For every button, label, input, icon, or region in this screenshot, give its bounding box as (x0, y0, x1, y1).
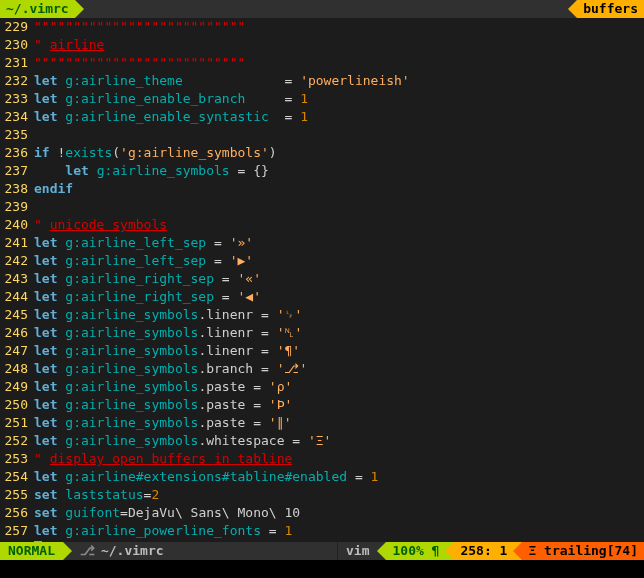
editor-line[interactable]: 231""""""""""""""""""""""""""" (0, 54, 644, 72)
editor-line[interactable]: 240" unicode symbols (0, 216, 644, 234)
editor-line[interactable]: 230" airline (0, 36, 644, 54)
line-content[interactable]: endif (34, 180, 644, 198)
command-line[interactable] (0, 560, 644, 578)
statusline-filetype: vim (337, 542, 377, 560)
line-content[interactable]: """"""""""""""""""""""""""" (34, 18, 644, 36)
line-content[interactable]: let g:airline_left_sep = '»' (34, 234, 644, 252)
syntax-token: '▶' (230, 253, 253, 268)
separator-left-icon (377, 542, 386, 560)
statusline-mode: NORMAL (0, 542, 63, 560)
editor-line[interactable]: 245let g:airline_symbols.linenr = '␊' (0, 306, 644, 324)
line-content[interactable]: set guifont=DejaVu\ Sans\ Mono\ 10 (34, 504, 644, 522)
line-number: 247 (0, 342, 34, 360)
syntax-token: linenr (206, 325, 253, 340)
editor-line[interactable]: 234let g:airline_enable_syntastic = 1 (0, 108, 644, 126)
statusline-warning: Ξ trailing[74] (522, 542, 644, 560)
line-content[interactable]: let g:airline_symbols = {} (34, 162, 644, 180)
line-content[interactable]: let g:airline_symbols.whitespace = 'Ξ' (34, 432, 644, 450)
syntax-token: g:airline_symbols (65, 415, 198, 430)
editor-line[interactable]: 235 (0, 126, 644, 144)
editor-line[interactable]: 256set guifont=DejaVu\ Sans\ Mono\ 10 (0, 504, 644, 522)
syntax-token: = (183, 73, 300, 88)
syntax-token: unicode symbols (50, 217, 167, 232)
editor-line[interactable]: 232let g:airline_theme = 'powerlineish' (0, 72, 644, 90)
line-content[interactable]: if !exists('g:airline_symbols') (34, 144, 644, 162)
separator-right-icon (63, 542, 72, 560)
editor-line[interactable]: 257let g:airline_powerline_fonts = 1 (0, 522, 644, 540)
editor-line[interactable]: 244let g:airline_right_sep = '◀' (0, 288, 644, 306)
line-content[interactable]: " unicode symbols (34, 216, 644, 234)
line-number: 248 (0, 360, 34, 378)
line-content[interactable]: let g:airline#extensions#tabline#enabled… (34, 468, 644, 486)
editor-viewport[interactable]: 229"""""""""""""""""""""""""""230" airli… (0, 18, 644, 542)
syntax-token: 2 (151, 487, 159, 502)
editor-line[interactable]: 236if !exists('g:airline_symbols') (0, 144, 644, 162)
line-content[interactable]: let g:airline_right_sep = '«' (34, 270, 644, 288)
syntax-token: g:airline_enable_syntastic (65, 109, 269, 124)
editor-line[interactable]: 253" display open buffers in tabline (0, 450, 644, 468)
line-content[interactable]: let g:airline_theme = 'powerlineish' (34, 72, 644, 90)
editor-line[interactable]: 255set laststatus=2 (0, 486, 644, 504)
line-number: 246 (0, 324, 34, 342)
editor-line[interactable]: 249let g:airline_symbols.paste = 'ρ' (0, 378, 644, 396)
syntax-token: g:airline_symbols (65, 433, 198, 448)
syntax-token: = (214, 289, 237, 304)
line-content[interactable]: let g:airline_powerline_fonts = 1 (34, 522, 644, 540)
editor-line[interactable]: 251let g:airline_symbols.paste = '∥' (0, 414, 644, 432)
editor-line[interactable]: 247let g:airline_symbols.linenr = '¶' (0, 342, 644, 360)
line-content[interactable]: " display open buffers in tabline (34, 450, 644, 468)
tabline-buffers-label[interactable]: buffers (577, 0, 644, 18)
line-content[interactable]: let g:airline_symbols.linenr = '␤' (34, 324, 644, 342)
line-content[interactable]: let g:airline_left_sep = '▶' (34, 252, 644, 270)
syntax-token: " (34, 217, 50, 232)
syntax-token: = (284, 433, 307, 448)
syntax-token: g:airline_symbols (65, 361, 198, 376)
syntax-token: let (34, 235, 65, 250)
editor-line[interactable]: 241let g:airline_left_sep = '»' (0, 234, 644, 252)
syntax-token: g:airline_left_sep (65, 235, 206, 250)
line-content[interactable]: let g:airline_symbols.linenr = '␊' (34, 306, 644, 324)
editor-line[interactable]: 254let g:airline#extensions#tabline#enab… (0, 468, 644, 486)
editor-line[interactable]: 252let g:airline_symbols.whitespace = 'Ξ… (0, 432, 644, 450)
syntax-token: " (34, 451, 50, 466)
line-content[interactable]: let g:airline_enable_branch = 1 (34, 90, 644, 108)
line-content[interactable]: let g:airline_symbols.paste = 'Þ' (34, 396, 644, 414)
syntax-token: g:airline_symbols (65, 325, 198, 340)
editor-line[interactable]: 239 (0, 198, 644, 216)
line-content[interactable]: let g:airline_symbols.linenr = '¶' (34, 342, 644, 360)
tabline-spacer (84, 0, 569, 18)
editor-line[interactable]: 238endif (0, 180, 644, 198)
line-content[interactable] (34, 198, 644, 216)
editor-line[interactable]: 248let g:airline_symbols.branch = '⎇' (0, 360, 644, 378)
line-content[interactable] (34, 126, 644, 144)
syntax-token: g:airline_powerline_fonts (65, 523, 261, 538)
syntax-token: let (34, 523, 65, 538)
editor-line[interactable]: 233let g:airline_enable_branch = 1 (0, 90, 644, 108)
syntax-token: = (206, 235, 229, 250)
syntax-token: 'g:airline_symbols' (120, 145, 269, 160)
line-number: 237 (0, 162, 34, 180)
line-content[interactable]: let g:airline_right_sep = '◀' (34, 288, 644, 306)
line-content[interactable]: """"""""""""""""""""""""""" (34, 54, 644, 72)
line-number: 249 (0, 378, 34, 396)
line-content[interactable]: let g:airline_symbols.branch = '⎇' (34, 360, 644, 378)
line-content[interactable]: " airline (34, 36, 644, 54)
line-content[interactable]: let g:airline_enable_syntastic = 1 (34, 108, 644, 126)
tabline-filename[interactable]: ~/.vimrc (0, 0, 75, 18)
editor-line[interactable]: 243let g:airline_right_sep = '«' (0, 270, 644, 288)
line-content[interactable]: set laststatus=2 (34, 486, 644, 504)
editor-line[interactable]: 250let g:airline_symbols.paste = 'Þ' (0, 396, 644, 414)
line-number: 231 (0, 54, 34, 72)
editor-line[interactable]: 242let g:airline_left_sep = '▶' (0, 252, 644, 270)
syntax-token: g:airline_symbols (65, 379, 198, 394)
editor-line[interactable]: 246let g:airline_symbols.linenr = '␤' (0, 324, 644, 342)
line-content[interactable]: let g:airline_symbols.paste = '∥' (34, 414, 644, 432)
syntax-token: paste (206, 397, 245, 412)
syntax-token: g:airline_symbols (65, 343, 198, 358)
line-number: 244 (0, 288, 34, 306)
editor-line[interactable]: 229""""""""""""""""""""""""""" (0, 18, 644, 36)
syntax-token: '⎇' (277, 361, 308, 376)
editor-line[interactable]: 237 let g:airline_symbols = {} (0, 162, 644, 180)
line-number: 232 (0, 72, 34, 90)
line-content[interactable]: let g:airline_symbols.paste = 'ρ' (34, 378, 644, 396)
